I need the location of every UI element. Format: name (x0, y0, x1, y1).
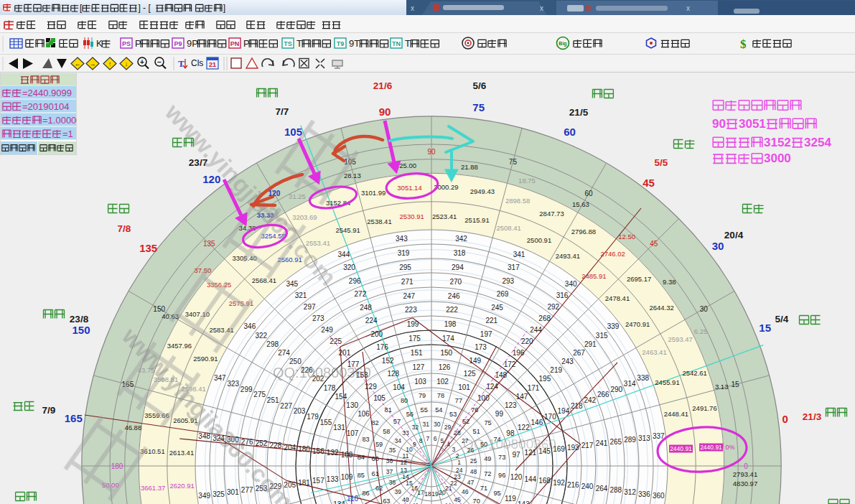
svg-text:196: 196 (513, 349, 525, 357)
svg-text:31.25: 31.25 (289, 192, 306, 200)
svg-text:25.00: 25.00 (399, 162, 416, 169)
svg-text:102: 102 (436, 378, 449, 386)
svg-text:2847.73: 2847.73 (539, 210, 564, 218)
svg-text:171: 171 (528, 384, 540, 392)
svg-text:60: 60 (372, 455, 379, 462)
svg-text:149: 149 (469, 357, 481, 365)
svg-text:21.88: 21.88 (461, 163, 478, 171)
svg-text:53: 53 (449, 411, 457, 418)
svg-text:288: 288 (609, 486, 622, 494)
svg-text:223: 223 (405, 306, 417, 314)
svg-text:2515.91: 2515.91 (464, 216, 489, 224)
svg-text:]: ] (223, 3, 225, 13)
svg-text:168: 168 (538, 477, 551, 485)
svg-text:46.88: 46.88 (124, 424, 141, 431)
svg-text:90: 90 (712, 117, 726, 131)
svg-text:90: 90 (379, 106, 391, 118)
svg-text:146: 146 (531, 419, 543, 426)
svg-text:135: 135 (139, 242, 157, 254)
svg-text:150: 150 (72, 324, 90, 336)
svg-text:→: → (90, 60, 96, 67)
svg-text:268: 268 (538, 314, 551, 322)
svg-text:2542.61: 2542.61 (683, 369, 707, 377)
svg-text:165: 165 (65, 412, 83, 424)
svg-text:322: 322 (255, 332, 267, 340)
svg-text:2796.88: 2796.88 (571, 228, 596, 235)
svg-text:228: 228 (270, 442, 282, 449)
svg-text:51: 51 (473, 428, 480, 435)
svg-text:340: 340 (565, 280, 577, 288)
svg-text:=2440.9099: =2440.9099 (22, 88, 72, 98)
svg-text:277: 277 (241, 486, 253, 494)
svg-text:293: 293 (502, 277, 514, 285)
svg-text:133: 133 (327, 475, 339, 483)
svg-text:80: 80 (401, 397, 408, 404)
svg-text:P: P (135, 38, 141, 49)
svg-text:273: 273 (312, 314, 324, 322)
svg-text:=1: =1 (62, 129, 73, 139)
svg-text:↑: ↑ (108, 60, 112, 67)
svg-text:108: 108 (341, 451, 353, 459)
svg-text:45: 45 (643, 177, 655, 189)
svg-text:320: 320 (343, 263, 355, 271)
svg-text:56: 56 (406, 411, 414, 418)
svg-text:2478.41: 2478.41 (605, 294, 630, 302)
svg-text:292: 292 (547, 303, 559, 311)
svg-text:40: 40 (402, 496, 409, 503)
svg-text:63: 63 (383, 498, 390, 504)
svg-text:181: 181 (298, 479, 310, 487)
svg-text:344: 344 (338, 251, 350, 258)
svg-text:55: 55 (421, 406, 428, 414)
svg-text:3051: 3051 (739, 117, 766, 131)
svg-text:155: 155 (320, 419, 332, 426)
svg-text:296: 296 (349, 277, 361, 285)
svg-text:57: 57 (393, 418, 401, 425)
svg-text:1: 1 (457, 459, 461, 466)
svg-text:297: 297 (304, 303, 316, 311)
svg-text:178: 178 (324, 384, 336, 392)
svg-text:336: 336 (638, 490, 650, 498)
svg-text:x: x (540, 4, 543, 12)
svg-text:8: 8 (419, 437, 423, 444)
svg-text:←: ← (75, 60, 81, 67)
svg-text:156: 156 (312, 447, 324, 455)
svg-text:59: 59 (375, 441, 383, 448)
svg-text:P: P (243, 38, 250, 49)
svg-text:272: 272 (355, 290, 367, 298)
svg-text:240: 240 (581, 482, 594, 490)
svg-text:100: 100 (477, 394, 490, 402)
svg-text:3203.69: 3203.69 (292, 213, 317, 221)
svg-text:103: 103 (414, 378, 426, 386)
svg-text:2491.76: 2491.76 (692, 404, 716, 412)
svg-text:2545.91: 2545.91 (336, 226, 360, 234)
svg-text:9: 9 (413, 441, 416, 448)
svg-text:19: 19 (431, 490, 439, 498)
svg-text:126: 126 (439, 363, 451, 371)
svg-text:2695.17: 2695.17 (627, 275, 651, 283)
svg-text:18: 18 (424, 490, 431, 498)
svg-text:9.38: 9.38 (663, 278, 676, 286)
svg-text:99: 99 (495, 410, 504, 418)
svg-text:349: 349 (198, 492, 210, 500)
svg-text:157: 157 (312, 477, 324, 485)
svg-text:T: T (296, 38, 302, 49)
svg-text:47: 47 (467, 479, 475, 486)
svg-text:343: 343 (396, 235, 408, 243)
svg-text:] - [: ] - [ (138, 3, 151, 13)
svg-text:76: 76 (471, 406, 478, 414)
svg-text:3457.96: 3457.96 (167, 342, 192, 350)
svg-text:174: 174 (442, 335, 454, 342)
svg-text:360: 360 (653, 492, 665, 500)
svg-text:134: 134 (333, 500, 345, 504)
svg-text:176: 176 (376, 343, 388, 351)
svg-text:247: 247 (403, 292, 415, 300)
svg-text:15.63: 15.63 (572, 200, 589, 208)
svg-text:175: 175 (408, 335, 421, 342)
svg-text:29: 29 (444, 424, 452, 431)
svg-text:TN: TN (392, 40, 401, 47)
svg-text:21/3: 21/3 (803, 411, 822, 422)
svg-text:36: 36 (386, 457, 393, 465)
svg-text:194: 194 (558, 407, 570, 415)
svg-text:85: 85 (358, 472, 365, 479)
svg-text:=20190104: =20190104 (22, 101, 69, 112)
